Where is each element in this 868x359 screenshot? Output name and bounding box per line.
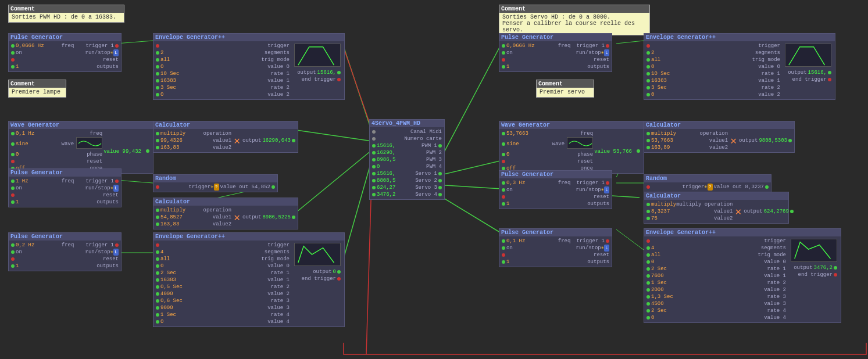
svg-line-12 <box>116 180 153 183</box>
calculator-r1: Calculator multiply operation 53,7663 va… <box>644 121 795 153</box>
calculator-r2: Calculator multiply multiply operation 8… <box>644 192 789 224</box>
comment-title: Comment <box>499 5 649 13</box>
pg-r2-title: Pulse Generator <box>499 171 612 178</box>
comment-text-1: Sorties Servo HD : de 0 a 8000. <box>502 14 646 20</box>
comment-text: Premier servo <box>540 89 585 95</box>
pg1-run: run/stop <box>85 49 110 56</box>
calculator-1: Calculator multiply operation 99,4326 va… <box>153 121 298 153</box>
pulse-generator-3: Pulse Generator 0,2 Hz freq trigger 1 on… <box>8 232 122 271</box>
calculator-2: Calculator multiply operation 54,8527 va… <box>153 198 298 229</box>
pulse-generator-2: Pulse Generator 1 Hz freq trigger 1 on r… <box>8 168 122 207</box>
center-title: 4Servo_4PWM_HD <box>370 120 444 127</box>
calc1-op: multiply <box>160 130 185 137</box>
rand1-value: value out 54,852 <box>220 184 270 191</box>
pg1-title: Pulse Generator <box>9 34 121 41</box>
calc-r2-title: Calculator <box>644 192 788 200</box>
center-numero: Numero carte <box>404 135 442 142</box>
env1-output: 15616, <box>317 69 336 76</box>
pg1-freq: 0,0666 Hz <box>16 42 44 49</box>
random-r1: Random trigger ✳ ? value out 8,3237 <box>644 174 771 192</box>
comment-left-top: Comment Sorties PWM HD : de 0 a 16383. <box>8 5 124 23</box>
envelope-generator-3: Envelope Generator++ trigger 4 segments … <box>153 232 345 327</box>
svg-line-3 <box>343 159 372 260</box>
pg1-on: on <box>16 49 22 56</box>
comment-text: Sorties PWM HD : de 0 a 16383. <box>12 14 116 20</box>
wg-r1-title: Wave Generator <box>499 121 644 129</box>
wave-generator-r1: Wave Generator 53,7663 freq sine wave <box>499 121 644 174</box>
svg-line-9 <box>116 41 153 44</box>
envelope-generator-r3: Envelope Generator++ trigger 4 segments … <box>644 228 841 323</box>
wave-generator-1: Wave Generator 0,1 Hz freq sine wave <box>8 121 153 174</box>
rand-r1-value: value out 8,3237 <box>714 184 764 191</box>
wg1-value: value 99,432 <box>103 149 141 155</box>
pg1-1: 1 <box>16 63 19 70</box>
envelope-generator-1: Envelope Generator++ trigger 2 segments … <box>153 33 345 100</box>
wg1-phase: phase <box>87 151 102 158</box>
pg3-title: Pulse Generator <box>9 233 121 240</box>
svg-line-7 <box>436 193 500 232</box>
comment-right-mid: Comment Premier servo <box>536 80 594 98</box>
env-r1-title: Envelope Generator++ <box>644 34 835 41</box>
pulse-generator-1: Pulse Generator 0,0666 Hz freq trigger 1… <box>8 33 122 72</box>
pulse-generator-r3: Pulse Generator 0,1 Hz freq trigger 1 on… <box>499 228 612 267</box>
wg1-title: Wave Generator <box>9 121 153 129</box>
rand1-title: Random <box>153 175 277 182</box>
comment-right-top: Comment Sorties Servo HD : de 0 a 8000. … <box>499 5 650 35</box>
svg-line-2 <box>297 150 372 212</box>
envelope-generator-r1: Envelope Generator++ trigger 2 segments … <box>644 33 835 100</box>
random-1: Random trigger ✳ ? value out 54,852 <box>153 174 278 192</box>
svg-line-4 <box>436 46 500 167</box>
comment-text: Premiere lampe <box>12 89 60 95</box>
pg1-outputs: outputs <box>97 63 119 70</box>
center-4servo-node: 4Servo_4PWM_HD Canal Midi Numero carte 1… <box>369 119 445 200</box>
calc1-title: Calculator <box>153 121 298 129</box>
calc1-operation: operation <box>203 130 232 137</box>
comment-title: Comment <box>537 80 594 88</box>
comment-left-mid: Comment Premiere lampe <box>8 80 66 98</box>
comment-text-2: Penser a calibrer la course reelle des s… <box>502 20 646 33</box>
rand-r1-title: Random <box>644 175 771 182</box>
pulse-generator-r2: Pulse Generator 0,3 Hz freq trigger 1 on… <box>499 170 612 209</box>
pg1-trigger: trigger 1 <box>85 42 114 49</box>
env3-title: Envelope Generator++ <box>153 233 344 240</box>
env1-title: Envelope Generator++ <box>153 34 344 41</box>
pg-r3-title: Pulse Generator <box>499 229 612 236</box>
svg-line-15 <box>616 41 644 44</box>
comment-title: Comment <box>9 80 66 88</box>
calc-r1-title: Calculator <box>644 121 794 129</box>
svg-line-0 <box>343 45 372 132</box>
env-r3-title: Envelope Generator++ <box>644 229 841 236</box>
pulse-generator-r1: Pulse Generator 0,0666 Hz freq trigger 1… <box>499 33 612 72</box>
pg1-freq-label: freq <box>62 42 74 49</box>
pg-r1-title: Pulse Generator <box>499 34 612 41</box>
multiply-operation-label: multiply operation <box>676 201 733 208</box>
pg1-reset: reset <box>103 56 119 63</box>
comment-title: Comment <box>9 5 124 13</box>
center-canal: Canal Midi <box>410 128 442 135</box>
calc1-output: 16290,043 <box>262 137 291 144</box>
pg2-title: Pulse Generator <box>9 169 121 177</box>
svg-line-18 <box>616 229 644 250</box>
svg-line-1 <box>297 130 372 141</box>
calc2-title: Calculator <box>153 198 298 206</box>
